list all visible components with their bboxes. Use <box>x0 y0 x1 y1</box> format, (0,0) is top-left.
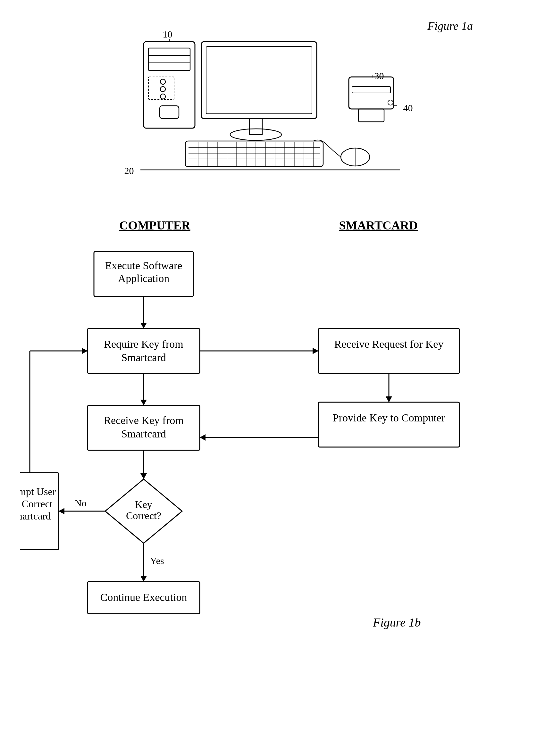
svg-text:Smartcard: Smartcard <box>121 352 166 363</box>
svg-text:Smartcard: Smartcard <box>20 510 51 522</box>
svg-text:Provide Key to Computer: Provide Key to Computer <box>332 412 445 424</box>
flowchart-headers: COMPUTER SMARTCARD <box>19 218 518 232</box>
svg-rect-0 <box>144 42 195 128</box>
svg-rect-14 <box>185 141 323 167</box>
svg-marker-49 <box>312 348 318 354</box>
svg-text:Prompt User: Prompt User <box>20 486 56 497</box>
computer-header: COMPUTER <box>119 218 190 232</box>
svg-marker-58 <box>141 473 147 479</box>
svg-text:Key: Key <box>135 499 152 510</box>
svg-rect-1 <box>148 48 190 70</box>
flowchart-svg: Execute Software Application Require Key… <box>20 242 517 675</box>
svg-rect-35 <box>352 87 391 93</box>
svg-rect-10 <box>201 42 317 119</box>
svg-text:for Correct: for Correct <box>20 498 53 509</box>
svg-marker-66 <box>59 508 64 514</box>
label-20: 20 <box>124 165 134 176</box>
label-10: 10 <box>163 29 173 40</box>
svg-point-36 <box>388 100 393 105</box>
svg-text:Execute Software: Execute Software <box>105 259 182 271</box>
svg-rect-37 <box>358 109 384 122</box>
svg-text:No: No <box>75 498 87 508</box>
svg-text:Smartcard: Smartcard <box>121 428 166 440</box>
svg-marker-56 <box>200 434 205 441</box>
svg-point-5 <box>160 87 165 92</box>
svg-text:Receive Key from: Receive Key from <box>103 415 184 426</box>
svg-marker-44 <box>141 323 147 329</box>
svg-rect-7 <box>148 77 174 99</box>
svg-marker-51 <box>141 400 147 405</box>
svg-rect-77 <box>318 329 459 373</box>
svg-rect-81 <box>318 402 459 447</box>
computer-svg <box>124 26 413 192</box>
section-divider <box>26 202 511 202</box>
figure-1a-section: Figure 1a 10 20 30 40 <box>0 0 537 199</box>
svg-point-6 <box>160 94 165 99</box>
svg-text:Require Key from: Require Key from <box>104 338 183 350</box>
svg-text:Figure 1b: Figure 1b <box>373 616 421 629</box>
svg-point-4 <box>160 79 165 84</box>
figure-1b-section: COMPUTER SMARTCARD Execute Software Appl… <box>0 205 537 688</box>
label-40: 40 <box>403 102 413 113</box>
svg-rect-8 <box>160 106 179 119</box>
svg-rect-45 <box>88 329 200 373</box>
svg-text:Receive Request for Key: Receive Request for Key <box>334 338 443 350</box>
svg-text:Continue Execution: Continue Execution <box>100 591 187 603</box>
svg-marker-63 <box>141 576 147 582</box>
figure-1a-label: Figure 1a <box>427 19 473 33</box>
svg-marker-80 <box>386 396 392 402</box>
svg-text:Correct?: Correct? <box>126 510 161 521</box>
svg-text:Application: Application <box>118 272 169 284</box>
svg-rect-12 <box>249 119 262 135</box>
svg-marker-74 <box>82 348 88 354</box>
label-30: 30 <box>374 70 384 81</box>
smartcard-header: SMARTCARD <box>339 218 418 232</box>
svg-rect-11 <box>206 47 312 114</box>
svg-text:Yes: Yes <box>150 555 164 566</box>
computer-illustration: 10 20 30 40 <box>124 26 413 195</box>
